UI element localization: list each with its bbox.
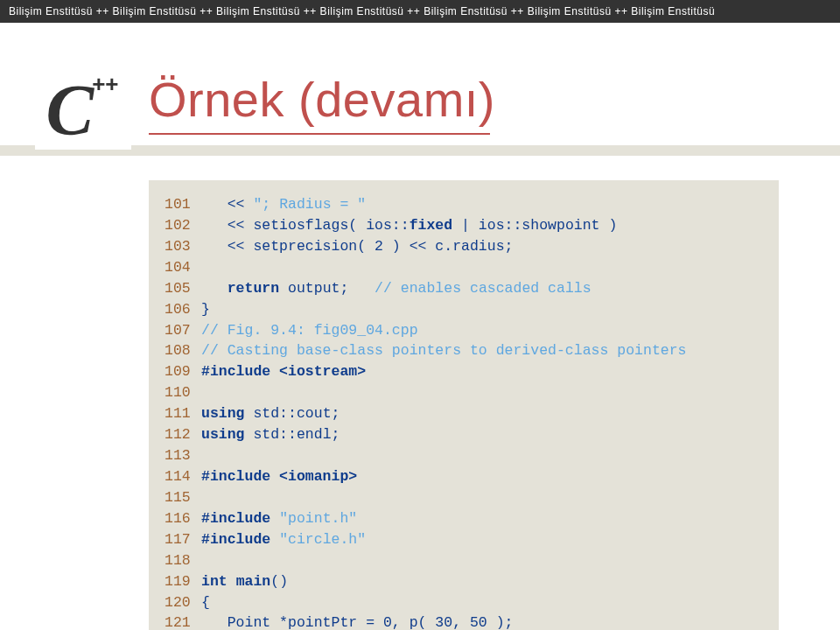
line-number: 110 [164, 382, 201, 403]
line-number: 101 [164, 194, 201, 215]
code-segment: return [228, 278, 279, 299]
line-number: 105 [164, 278, 201, 299]
code-segment: using [201, 424, 245, 445]
line-number: 107 [164, 320, 201, 341]
code-segment: Point *pointPtr = 0, p( 30, 50 ); [201, 612, 513, 630]
code-segment: << setprecision( 2 ) << c.radius; [201, 236, 513, 257]
code-segment: std::endl; [245, 424, 340, 445]
logo-plusplus: ++ [92, 71, 118, 98]
line-number: 115 [164, 487, 201, 508]
code-segment: // Casting base-class pointers to derive… [201, 340, 687, 361]
code-segment: // enables cascaded calls [374, 278, 592, 299]
code-segment: } [201, 299, 210, 320]
line-number: 113 [164, 445, 201, 466]
code-line: 117#include "circle.h" [164, 529, 763, 550]
line-number: 109 [164, 361, 201, 382]
logo-c-letter: C [46, 74, 94, 146]
code-line: 118 [164, 550, 763, 571]
code-segment: () [270, 571, 288, 592]
line-number: 114 [164, 466, 201, 487]
code-line: 121 Point *pointPtr = 0, p( 30, 50 ); [164, 612, 763, 630]
code-segment: using [201, 403, 245, 424]
line-number: 117 [164, 529, 201, 550]
line-number: 108 [164, 340, 201, 361]
line-number: 116 [164, 508, 201, 529]
line-number: 119 [164, 571, 201, 592]
code-line: 101 << "; Radius = " [164, 194, 763, 215]
code-line: 113 [164, 445, 763, 466]
code-segment: output; [279, 278, 374, 299]
line-number: 102 [164, 215, 201, 236]
code-line: 108// Casting base-class pointers to der… [164, 340, 763, 361]
code-segment: std::cout; [245, 403, 340, 424]
code-segment: << setiosflags( ios:: [201, 215, 410, 236]
code-segment: // Fig. 9.4: fig09_04.cpp [201, 320, 418, 341]
code-segment: "circle.h" [279, 529, 366, 550]
code-line: 103 << setprecision( 2 ) << c.radius; [164, 236, 763, 257]
code-segment: fixed [410, 215, 453, 236]
line-number: 103 [164, 236, 201, 257]
line-number: 111 [164, 403, 201, 424]
code-line: 120{ [164, 592, 763, 613]
slide-title-box: Örnek (devamı) [149, 71, 586, 158]
code-segment: #include <iomanip> [201, 466, 357, 487]
code-segment: #include <iostream> [201, 361, 366, 382]
code-segment: int [201, 571, 228, 592]
code-segment: "point.h" [279, 508, 357, 529]
code-segment: #include [201, 508, 279, 529]
code-segment [201, 278, 228, 299]
cpp-logo: C++ [35, 71, 131, 150]
line-number: 106 [164, 299, 201, 320]
code-line: 105 return output; // enables cascaded c… [164, 278, 763, 299]
code-line: 110 [164, 382, 763, 403]
page-body: C++ Örnek (devamı) 101 << "; Radius = "1… [0, 23, 840, 626]
code-line: 112using std::endl; [164, 424, 763, 445]
code-line: 106} [164, 299, 763, 320]
line-number: 121 [164, 612, 201, 630]
code-segment: #include [201, 529, 279, 550]
code-line: 111using std::cout; [164, 403, 763, 424]
slide-title: Örnek (devamı) [149, 71, 586, 128]
line-number: 118 [164, 550, 201, 571]
code-segment: | ios::showpoint ) [452, 215, 617, 236]
code-segment [228, 571, 236, 592]
line-number: 112 [164, 424, 201, 445]
code-line: 109#include <iostream> [164, 361, 763, 382]
code-segment: { [201, 592, 210, 613]
code-block: 101 << "; Radius = "102 << setiosflags( … [149, 180, 779, 630]
code-line: 116#include "point.h" [164, 508, 763, 529]
code-line: 102 << setiosflags( ios::fixed | ios::sh… [164, 215, 763, 236]
code-segment: << [201, 194, 253, 215]
code-line: 104 [164, 257, 763, 278]
line-number: 104 [164, 257, 201, 278]
title-underline [149, 133, 490, 135]
code-segment: main [236, 571, 271, 592]
line-number: 120 [164, 592, 201, 613]
header-marquee: Bilişim Enstitüsü ++ Bilişim Enstitüsü +… [0, 0, 840, 23]
code-line: 107// Fig. 9.4: fig09_04.cpp [164, 320, 763, 341]
code-segment: "; Radius = " [253, 194, 366, 215]
code-line: 114#include <iomanip> [164, 466, 763, 487]
code-line: 115 [164, 487, 763, 508]
code-line: 119int main() [164, 571, 763, 592]
